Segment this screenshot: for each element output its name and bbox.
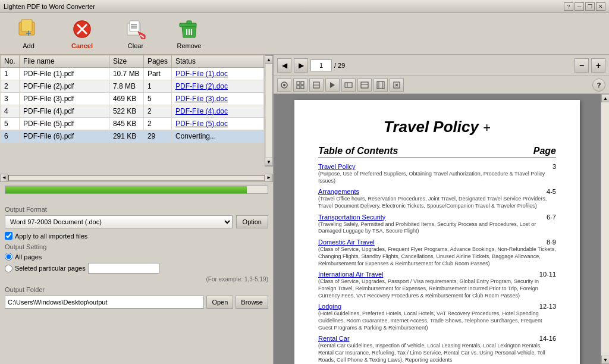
view-btn-5[interactable]	[341, 79, 356, 92]
cell-status[interactable]: PDF-File (1).doc	[171, 68, 263, 80]
view-btn-3[interactable]	[309, 79, 324, 92]
toc-link[interactable]: Travel Policy	[318, 163, 356, 170]
view-btn-4[interactable]	[325, 79, 340, 92]
progress-bar-outer	[5, 186, 268, 194]
apply-all-checkbox[interactable]	[5, 232, 12, 240]
minimize-btn[interactable]: ─	[575, 2, 584, 11]
selected-pages-radio[interactable]	[5, 265, 12, 272]
add-button[interactable]: + Add	[5, 16, 52, 52]
view-btn-1[interactable]	[277, 79, 291, 92]
toc-link[interactable]: International Air Travel	[318, 271, 383, 278]
restore-btn[interactable]: ❒	[585, 2, 595, 11]
file-link[interactable]: PDF-File (1).doc	[175, 70, 228, 78]
toc-link[interactable]: Lodging	[318, 303, 341, 310]
pdf-scroll-up[interactable]: ▲	[601, 94, 609, 102]
right-panel: ◀ ▶ / 29 − +	[274, 55, 609, 364]
cell-no: 2	[1, 80, 20, 93]
zoom-out-btn[interactable]: −	[575, 58, 589, 73]
selected-pages-label: Seleted particular pages	[15, 265, 86, 272]
cell-status[interactable]: PDF-File (4).doc	[171, 105, 263, 118]
file-link[interactable]: PDF-File (4).doc	[175, 107, 228, 115]
output-folder-label: Output Folder	[5, 286, 268, 293]
cell-pages: 2	[143, 118, 171, 130]
hscroll-right-btn[interactable]: ►	[265, 174, 273, 182]
toc-link[interactable]: Arrangements	[318, 188, 359, 195]
cancel-button[interactable]: Cancel	[58, 16, 106, 52]
toc-link[interactable]: Domestic Air Travel	[318, 239, 375, 246]
table-vscroll[interactable]: ▲ ▼	[265, 55, 273, 167]
table-row[interactable]: 3 PDF-File (3).pdf 469 KB 5 PDF-File (3)…	[1, 93, 264, 105]
cell-status[interactable]: PDF-File (2).doc	[171, 80, 263, 93]
all-pages-radio[interactable]	[5, 253, 12, 261]
scroll-down-btn[interactable]: ▼	[265, 158, 273, 166]
toc-page-num: 3	[553, 163, 556, 170]
toc-row: Lodging 12-13	[318, 303, 556, 310]
hscroll-left-btn[interactable]: ◄	[0, 174, 8, 182]
cell-no: 6	[1, 130, 20, 143]
left-panel: No. File name Size Pages Status 1 PDF-Fi…	[0, 55, 274, 364]
scroll-up-btn[interactable]: ▲	[265, 55, 273, 64]
cancel-icon	[71, 18, 93, 40]
option-button[interactable]: Option	[236, 215, 268, 228]
cell-size: 522 KB	[109, 105, 143, 118]
folder-path-input[interactable]	[5, 296, 204, 309]
pages-input[interactable]	[88, 263, 159, 274]
viewer-help-btn[interactable]: ?	[592, 79, 605, 92]
toc-sub: (Rental Car Guidelines, Inspection of Ve…	[318, 343, 556, 363]
pdf-vscroll[interactable]: ▲ ▼	[601, 94, 609, 364]
view-btn-6[interactable]	[357, 79, 372, 92]
zoom-in-btn[interactable]: +	[591, 58, 605, 73]
open-folder-button[interactable]: Open	[206, 296, 233, 309]
svg-rect-26	[345, 83, 352, 87]
col-no: No.	[1, 55, 20, 68]
table-row[interactable]: 6 PDF-File (6).pdf 291 KB 29 Converting.…	[1, 130, 264, 143]
table-row[interactable]: 5 PDF-File (5).pdf 845 KB 2 PDF-File (5)…	[1, 118, 264, 130]
help-title-btn[interactable]: ?	[564, 2, 573, 11]
cell-status[interactable]: PDF-File (3).doc	[171, 93, 263, 105]
scroll-track	[266, 64, 272, 158]
close-btn[interactable]: ✕	[596, 2, 605, 11]
settings-panel: Output Format Word 97-2003 Document (.do…	[0, 197, 273, 364]
total-pages: / 29	[334, 62, 345, 69]
pdf-scroll-track	[601, 102, 609, 356]
toc-entry: Travel Policy 3 (Purpose, Use of Preferr…	[318, 163, 556, 184]
view-btn-2[interactable]	[293, 79, 307, 92]
toc-row: Travel Policy 3	[318, 163, 556, 170]
prev-page-btn[interactable]: ◀	[277, 58, 291, 73]
toc-entry: Rental Car 14-16 (Rental Car Guidelines,…	[318, 335, 556, 363]
cell-status[interactable]: PDF-File (5).doc	[171, 118, 263, 130]
remove-button[interactable]: Remove	[165, 16, 213, 52]
progress-area	[0, 182, 273, 197]
page-number-input[interactable]	[310, 59, 332, 71]
file-link[interactable]: PDF-File (3).doc	[175, 95, 228, 103]
view-btn-8[interactable]	[390, 79, 404, 92]
toc-entries: Travel Policy 3 (Purpose, Use of Preferr…	[318, 163, 556, 364]
toc-sub: (Travel Office hours, Reservation Proced…	[318, 196, 556, 209]
file-link[interactable]: PDF-File (5).doc	[175, 120, 228, 128]
table-row[interactable]: 2 PDF-File (2).pdf 7.8 MB 1 PDF-File (2)…	[1, 80, 264, 93]
output-folder-row: Open Browse	[5, 296, 268, 309]
remove-label: Remove	[177, 42, 202, 49]
toc-link[interactable]: Transportation Security	[318, 214, 385, 221]
pdf-scroll-content[interactable]: Travel Policy + Table of Contents Page T…	[274, 94, 601, 364]
view-btn-7[interactable]	[373, 79, 388, 92]
pdf-scroll-down[interactable]: ▼	[601, 356, 609, 364]
cell-no: 1	[1, 68, 20, 80]
pdf-nav-toolbar: ◀ ▶ / 29 − +	[274, 55, 609, 76]
table-row[interactable]: 1 PDF-File (1).pdf 10.7 MB Part PDF-File…	[1, 68, 264, 80]
toc-page-num: 12-13	[539, 303, 556, 310]
next-page-btn[interactable]: ▶	[294, 58, 308, 73]
right-panel-inner: Travel Policy + Table of Contents Page T…	[274, 94, 609, 364]
svg-rect-23	[301, 86, 304, 89]
file-table: No. File name Size Pages Status 1 PDF-Fi…	[0, 55, 264, 143]
col-size: Size	[109, 55, 143, 68]
view-toolbar: ?	[274, 76, 609, 94]
clear-button[interactable]: Clear	[112, 16, 159, 52]
toc-link[interactable]: Rental Car	[318, 335, 350, 342]
format-row: Word 97-2003 Document (.doc) Option	[5, 215, 268, 228]
file-link[interactable]: PDF-File (2).doc	[175, 82, 228, 90]
format-select[interactable]: Word 97-2003 Document (.doc)	[5, 215, 233, 228]
cell-no: 4	[1, 105, 20, 118]
browse-button[interactable]: Browse	[236, 296, 268, 309]
table-row[interactable]: 4 PDF-File (4).pdf 522 KB 2 PDF-File (4)…	[1, 105, 264, 118]
